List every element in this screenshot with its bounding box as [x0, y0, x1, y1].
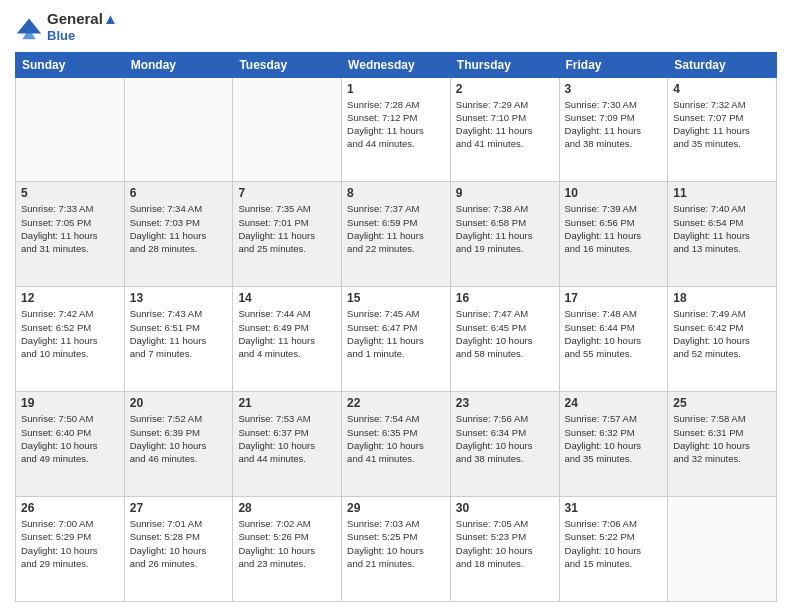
day-cell: 21Sunrise: 7:53 AM Sunset: 6:37 PM Dayli…	[233, 392, 342, 497]
day-info: Sunrise: 7:39 AM Sunset: 6:56 PM Dayligh…	[565, 202, 663, 255]
day-cell: 8Sunrise: 7:37 AM Sunset: 6:59 PM Daylig…	[342, 182, 451, 287]
weekday-friday: Friday	[559, 52, 668, 77]
day-cell: 31Sunrise: 7:06 AM Sunset: 5:22 PM Dayli…	[559, 497, 668, 602]
day-number: 7	[238, 186, 336, 200]
day-cell: 25Sunrise: 7:58 AM Sunset: 6:31 PM Dayli…	[668, 392, 777, 497]
day-number: 22	[347, 396, 445, 410]
day-number: 15	[347, 291, 445, 305]
day-cell: 7Sunrise: 7:35 AM Sunset: 7:01 PM Daylig…	[233, 182, 342, 287]
day-info: Sunrise: 7:35 AM Sunset: 7:01 PM Dayligh…	[238, 202, 336, 255]
day-cell: 13Sunrise: 7:43 AM Sunset: 6:51 PM Dayli…	[124, 287, 233, 392]
week-row-3: 12Sunrise: 7:42 AM Sunset: 6:52 PM Dayli…	[16, 287, 777, 392]
day-cell: 26Sunrise: 7:00 AM Sunset: 5:29 PM Dayli…	[16, 497, 125, 602]
day-cell: 22Sunrise: 7:54 AM Sunset: 6:35 PM Dayli…	[342, 392, 451, 497]
weekday-wednesday: Wednesday	[342, 52, 451, 77]
day-number: 3	[565, 82, 663, 96]
logo-icon	[15, 13, 43, 41]
day-cell: 28Sunrise: 7:02 AM Sunset: 5:26 PM Dayli…	[233, 497, 342, 602]
day-info: Sunrise: 7:30 AM Sunset: 7:09 PM Dayligh…	[565, 98, 663, 151]
day-number: 14	[238, 291, 336, 305]
day-cell: 16Sunrise: 7:47 AM Sunset: 6:45 PM Dayli…	[450, 287, 559, 392]
day-number: 21	[238, 396, 336, 410]
day-cell: 29Sunrise: 7:03 AM Sunset: 5:25 PM Dayli…	[342, 497, 451, 602]
day-info: Sunrise: 7:43 AM Sunset: 6:51 PM Dayligh…	[130, 307, 228, 360]
day-number: 30	[456, 501, 554, 515]
day-info: Sunrise: 7:50 AM Sunset: 6:40 PM Dayligh…	[21, 412, 119, 465]
day-cell: 11Sunrise: 7:40 AM Sunset: 6:54 PM Dayli…	[668, 182, 777, 287]
weekday-tuesday: Tuesday	[233, 52, 342, 77]
day-number: 5	[21, 186, 119, 200]
day-cell: 3Sunrise: 7:30 AM Sunset: 7:09 PM Daylig…	[559, 77, 668, 182]
day-cell: 2Sunrise: 7:29 AM Sunset: 7:10 PM Daylig…	[450, 77, 559, 182]
day-info: Sunrise: 7:57 AM Sunset: 6:32 PM Dayligh…	[565, 412, 663, 465]
day-number: 9	[456, 186, 554, 200]
day-info: Sunrise: 7:02 AM Sunset: 5:26 PM Dayligh…	[238, 517, 336, 570]
day-info: Sunrise: 7:42 AM Sunset: 6:52 PM Dayligh…	[21, 307, 119, 360]
header: General▲ Blue	[15, 10, 777, 44]
day-number: 29	[347, 501, 445, 515]
day-cell	[124, 77, 233, 182]
day-cell	[668, 497, 777, 602]
day-cell	[16, 77, 125, 182]
day-cell: 14Sunrise: 7:44 AM Sunset: 6:49 PM Dayli…	[233, 287, 342, 392]
day-info: Sunrise: 7:34 AM Sunset: 7:03 PM Dayligh…	[130, 202, 228, 255]
weekday-sunday: Sunday	[16, 52, 125, 77]
day-number: 8	[347, 186, 445, 200]
day-cell: 18Sunrise: 7:49 AM Sunset: 6:42 PM Dayli…	[668, 287, 777, 392]
day-cell: 23Sunrise: 7:56 AM Sunset: 6:34 PM Dayli…	[450, 392, 559, 497]
day-number: 11	[673, 186, 771, 200]
day-number: 17	[565, 291, 663, 305]
day-info: Sunrise: 7:33 AM Sunset: 7:05 PM Dayligh…	[21, 202, 119, 255]
week-row-2: 5Sunrise: 7:33 AM Sunset: 7:05 PM Daylig…	[16, 182, 777, 287]
day-info: Sunrise: 7:05 AM Sunset: 5:23 PM Dayligh…	[456, 517, 554, 570]
weekday-thursday: Thursday	[450, 52, 559, 77]
week-row-5: 26Sunrise: 7:00 AM Sunset: 5:29 PM Dayli…	[16, 497, 777, 602]
day-number: 26	[21, 501, 119, 515]
day-info: Sunrise: 7:56 AM Sunset: 6:34 PM Dayligh…	[456, 412, 554, 465]
day-number: 2	[456, 82, 554, 96]
logo-text: General▲ Blue	[47, 10, 118, 44]
day-number: 24	[565, 396, 663, 410]
day-info: Sunrise: 7:00 AM Sunset: 5:29 PM Dayligh…	[21, 517, 119, 570]
day-number: 25	[673, 396, 771, 410]
day-number: 6	[130, 186, 228, 200]
day-cell: 12Sunrise: 7:42 AM Sunset: 6:52 PM Dayli…	[16, 287, 125, 392]
day-number: 23	[456, 396, 554, 410]
day-cell: 24Sunrise: 7:57 AM Sunset: 6:32 PM Dayli…	[559, 392, 668, 497]
day-info: Sunrise: 7:44 AM Sunset: 6:49 PM Dayligh…	[238, 307, 336, 360]
day-info: Sunrise: 7:06 AM Sunset: 5:22 PM Dayligh…	[565, 517, 663, 570]
day-info: Sunrise: 7:58 AM Sunset: 6:31 PM Dayligh…	[673, 412, 771, 465]
day-number: 13	[130, 291, 228, 305]
day-cell	[233, 77, 342, 182]
day-info: Sunrise: 7:37 AM Sunset: 6:59 PM Dayligh…	[347, 202, 445, 255]
day-number: 20	[130, 396, 228, 410]
day-number: 16	[456, 291, 554, 305]
day-cell: 15Sunrise: 7:45 AM Sunset: 6:47 PM Dayli…	[342, 287, 451, 392]
day-info: Sunrise: 7:47 AM Sunset: 6:45 PM Dayligh…	[456, 307, 554, 360]
day-number: 31	[565, 501, 663, 515]
weekday-header-row: SundayMondayTuesdayWednesdayThursdayFrid…	[16, 52, 777, 77]
day-number: 10	[565, 186, 663, 200]
day-cell: 6Sunrise: 7:34 AM Sunset: 7:03 PM Daylig…	[124, 182, 233, 287]
day-info: Sunrise: 7:49 AM Sunset: 6:42 PM Dayligh…	[673, 307, 771, 360]
day-cell: 4Sunrise: 7:32 AM Sunset: 7:07 PM Daylig…	[668, 77, 777, 182]
day-info: Sunrise: 7:01 AM Sunset: 5:28 PM Dayligh…	[130, 517, 228, 570]
day-cell: 19Sunrise: 7:50 AM Sunset: 6:40 PM Dayli…	[16, 392, 125, 497]
day-info: Sunrise: 7:32 AM Sunset: 7:07 PM Dayligh…	[673, 98, 771, 151]
day-info: Sunrise: 7:03 AM Sunset: 5:25 PM Dayligh…	[347, 517, 445, 570]
day-cell: 27Sunrise: 7:01 AM Sunset: 5:28 PM Dayli…	[124, 497, 233, 602]
day-info: Sunrise: 7:29 AM Sunset: 7:10 PM Dayligh…	[456, 98, 554, 151]
day-info: Sunrise: 7:40 AM Sunset: 6:54 PM Dayligh…	[673, 202, 771, 255]
day-cell: 5Sunrise: 7:33 AM Sunset: 7:05 PM Daylig…	[16, 182, 125, 287]
day-cell: 10Sunrise: 7:39 AM Sunset: 6:56 PM Dayli…	[559, 182, 668, 287]
day-info: Sunrise: 7:28 AM Sunset: 7:12 PM Dayligh…	[347, 98, 445, 151]
day-info: Sunrise: 7:54 AM Sunset: 6:35 PM Dayligh…	[347, 412, 445, 465]
calendar-table: SundayMondayTuesdayWednesdayThursdayFrid…	[15, 52, 777, 602]
day-number: 12	[21, 291, 119, 305]
day-cell: 30Sunrise: 7:05 AM Sunset: 5:23 PM Dayli…	[450, 497, 559, 602]
page: General▲ Blue SundayMondayTuesdayWednesd…	[0, 0, 792, 612]
day-number: 28	[238, 501, 336, 515]
day-number: 1	[347, 82, 445, 96]
day-info: Sunrise: 7:52 AM Sunset: 6:39 PM Dayligh…	[130, 412, 228, 465]
day-info: Sunrise: 7:53 AM Sunset: 6:37 PM Dayligh…	[238, 412, 336, 465]
